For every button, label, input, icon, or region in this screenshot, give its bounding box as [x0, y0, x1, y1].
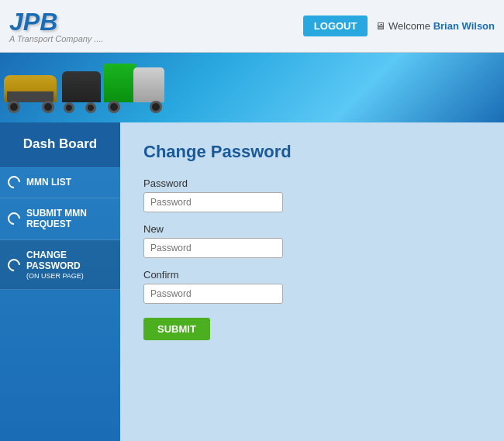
sidebar: Dash Board MMN LIST SUBMIT MMN REQUEST C…	[0, 122, 120, 441]
confirm-password-input[interactable]	[143, 284, 283, 304]
page-title: Change Password	[143, 142, 481, 162]
main-layout: Dash Board MMN LIST SUBMIT MMN REQUEST C…	[0, 122, 504, 441]
password-label: Password	[143, 177, 481, 189]
refresh-icon-mmn	[5, 174, 23, 191]
banner-trucks	[0, 63, 166, 113]
header: JPB A Transport Company .... LOGOUT 🖥 We…	[0, 0, 504, 53]
new-password-group: New	[143, 223, 481, 258]
content-area: Change Password Password New Confirm SUB…	[120, 122, 504, 441]
welcome-text: 🖥 Welcome Brian Wilson	[375, 20, 495, 32]
password-input[interactable]	[143, 192, 283, 212]
refresh-icon-submit	[5, 210, 23, 228]
refresh-icon-password	[5, 256, 23, 274]
truck2-icon	[60, 67, 102, 113]
sidebar-item-submit-mmn[interactable]: SUBMIT MMN REQUEST	[0, 198, 120, 240]
banner	[0, 53, 504, 122]
new-label: New	[143, 223, 481, 235]
truck1-icon	[4, 71, 58, 113]
password-group: Password	[143, 177, 481, 212]
sidebar-item-change-password[interactable]: CHANGE PASSWORD (ON USER PAGE)	[0, 240, 120, 291]
sidebar-item-mmn-list[interactable]: MMN LIST	[0, 167, 120, 198]
logo-area: JPB A Transport Company ....	[9, 9, 104, 43]
sidebar-label-submit: SUBMIT MMN REQUEST	[26, 208, 112, 230]
logo-subtitle: A Transport Company ....	[9, 34, 104, 43]
new-password-input[interactable]	[143, 238, 283, 258]
confirm-label: Confirm	[143, 269, 481, 281]
welcome-name: Brian Wilson	[433, 20, 495, 32]
logout-button[interactable]: LOGOUT	[303, 16, 368, 36]
confirm-password-group: Confirm	[143, 269, 481, 304]
header-right: LOGOUT 🖥 Welcome Brian Wilson	[303, 16, 495, 36]
sidebar-dashboard-label[interactable]: Dash Board	[0, 122, 120, 167]
sidebar-label-mmn: MMN LIST	[26, 177, 71, 188]
truck3-icon	[104, 63, 166, 113]
sidebar-label-password: CHANGE PASSWORD (ON USER PAGE)	[26, 250, 112, 281]
submit-button[interactable]: SUBMIT	[143, 318, 210, 340]
logo-text: JPB	[9, 9, 104, 34]
